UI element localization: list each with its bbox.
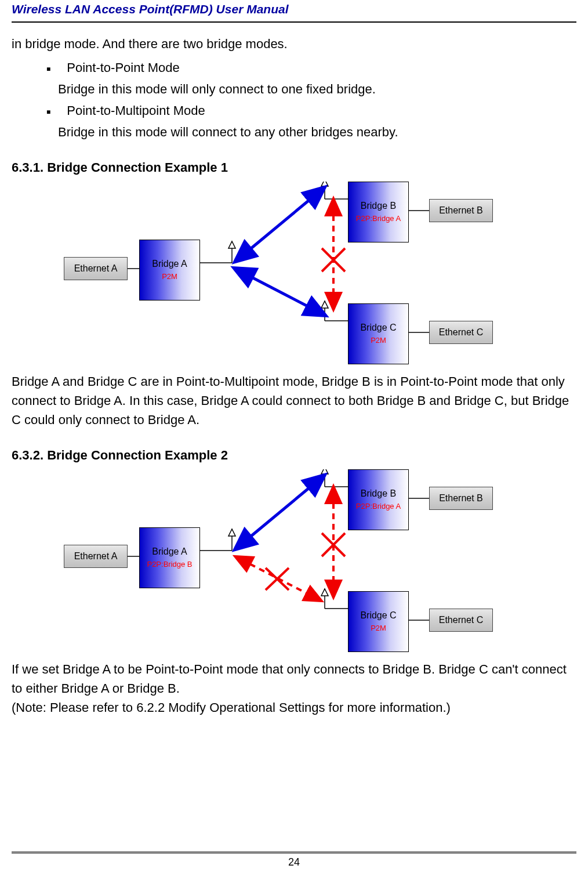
bridge-a-sub: P2M [162,271,177,283]
section-1-desc: Bridge A and Bridge C are in Point-to-Mu… [12,372,576,429]
bridge-a-label: Bridge A [152,257,187,271]
ethernet-b-box-2: Ethernet B [429,487,493,510]
bridge-b-sub-2: P2P:Bridge A [356,501,401,512]
bridge-b-box-2: Bridge B P2P:Bridge A [348,469,409,530]
bridge-c-sub: P2M [371,335,386,346]
bridge-b-label-2: Bridge B [361,487,396,501]
diagram-1: Ethernet A Bridge A P2M Bridge B P2P:Bri… [12,182,576,361]
list-item: ■ Point-to-Multipoint Mode [46,101,576,120]
svg-marker-32 [321,589,328,596]
bridge-a-box-2: Bridge A P2P:Bridge B [139,527,200,588]
svg-marker-9 [228,241,235,248]
bridge-b-box: Bridge B P2P:Bridge A [348,182,409,242]
svg-line-35 [266,568,289,590]
bridge-a-sub-2: P2P:Bridge B [147,559,192,570]
bridge-b-label: Bridge B [361,199,396,213]
bridge-c-label-2: Bridge C [360,609,396,622]
svg-marker-29 [321,469,328,474]
section-2-note: (Note: Please refer to 6.2.2 Modify Oper… [12,698,576,717]
mode-list-2: ■ Point-to-Multipoint Mode [12,101,576,120]
diagram-2: Ethernet A Bridge A P2P:Bridge B Bridge … [12,469,576,649]
svg-line-39 [322,533,345,556]
svg-marker-12 [321,182,328,186]
page-footer: 24 [12,852,576,870]
ethernet-a-box-2: Ethernet A [64,545,128,568]
svg-line-38 [322,533,345,556]
bullet-icon: ■ [46,107,50,117]
ethernet-c-box-2: Ethernet C [429,609,493,632]
page-number: 24 [288,856,300,868]
p2p-title: Point-to-Point Mode [67,58,179,77]
svg-line-36 [266,568,289,590]
bridge-c-label: Bridge C [360,321,396,335]
p2m-title: Point-to-Multipoint Mode [67,101,205,120]
bridge-c-sub-2: P2M [371,622,386,634]
svg-line-19 [322,248,345,272]
svg-marker-15 [321,301,328,308]
intro-text: in bridge mode. And there are two bridge… [12,34,576,53]
page-header: Wireless LAN Access Point(RFMD) User Man… [12,0,576,23]
bridge-b-sub: P2P:Bridge A [356,213,401,225]
p2m-desc: Bridge in this mode will connect to any … [12,122,576,142]
ethernet-a-box: Ethernet A [64,257,128,280]
svg-line-34 [241,559,316,598]
section-2-desc: If we set Bridge A to be Point-to-Point … [12,660,576,698]
bridge-a-label-2: Bridge A [152,545,187,559]
mode-list: ■ Point-to-Point Mode [12,58,576,77]
section-2-title: 6.3.2. Bridge Connection Example 2 [12,446,576,465]
svg-line-17 [241,272,319,312]
svg-line-33 [241,480,319,545]
ethernet-c-box: Ethernet C [429,321,493,344]
svg-line-20 [322,248,345,272]
bridge-c-box: Bridge C P2M [348,303,409,364]
bridge-a-box: Bridge A P2M [139,240,200,301]
svg-line-16 [241,192,319,257]
section-1-title: 6.3.1. Bridge Connection Example 1 [12,158,576,177]
svg-marker-26 [228,529,235,536]
bullet-icon: ■ [46,64,50,74]
p2p-desc: Bridge in this mode will only connect to… [12,79,576,99]
list-item: ■ Point-to-Point Mode [46,58,576,77]
bridge-c-box-2: Bridge C P2M [348,591,409,652]
ethernet-b-box: Ethernet B [429,199,493,222]
